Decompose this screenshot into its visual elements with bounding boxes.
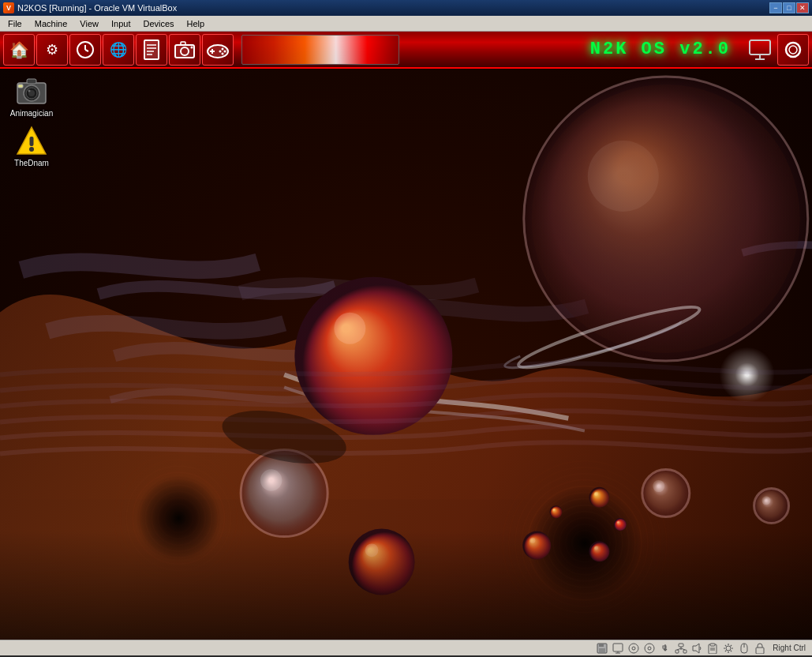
svg-rect-32 <box>30 137 34 146</box>
status-cd2-icon[interactable] <box>643 642 656 655</box>
close-button[interactable]: ✕ <box>796 2 809 13</box>
menu-file[interactable]: File <box>2 17 28 30</box>
window-controls: − □ ✕ <box>769 2 809 13</box>
svg-line-50 <box>681 648 685 650</box>
svg-rect-3 <box>144 40 159 59</box>
thednam-icon[interactable]: TheDnam <box>4 125 59 168</box>
svg-rect-10 <box>181 42 185 45</box>
window-title: N2KOS [Running] - Oracle VM VirtualBox <box>17 3 177 13</box>
menu-bar: File Machine View Input Devices Help <box>0 16 812 32</box>
vm-desktop: 🏠 ⚙ 🌐 <box>0 32 812 655</box>
menu-help[interactable]: Help <box>181 17 211 30</box>
svg-rect-37 <box>613 644 623 651</box>
status-clipboard-icon[interactable] <box>706 642 719 655</box>
svg-point-22 <box>786 43 800 57</box>
svg-point-33 <box>29 147 34 152</box>
settings-button[interactable]: ⚙ <box>36 34 68 66</box>
svg-rect-36 <box>599 648 605 652</box>
status-cd1-icon[interactable] <box>627 642 640 655</box>
restore-button[interactable]: □ <box>783 2 795 13</box>
menu-view[interactable]: View <box>73 17 105 30</box>
svg-point-18 <box>219 50 222 52</box>
svg-point-17 <box>222 52 224 54</box>
thednam-label: TheDnam <box>13 158 51 168</box>
desktop-background <box>0 32 812 655</box>
svg-point-43 <box>648 647 651 650</box>
animagician-label: Animagician <box>9 108 54 118</box>
clock-button[interactable] <box>69 34 101 66</box>
monitor-icon[interactable] <box>744 34 776 66</box>
globe-button[interactable]: 🌐 <box>103 34 134 66</box>
title-bar: V N2KOS [Running] - Oracle VM VirtualBox… <box>0 0 812 16</box>
svg-rect-35 <box>599 644 604 647</box>
minimize-button[interactable]: − <box>769 2 782 13</box>
power-button[interactable] <box>777 34 809 66</box>
flag-banner <box>241 35 399 65</box>
menu-input[interactable]: Input <box>105 17 137 30</box>
virtualbox-icon: V <box>3 2 14 13</box>
status-gear-icon[interactable] <box>722 642 735 655</box>
svg-point-42 <box>645 644 654 653</box>
vm-viewport[interactable]: 🏠 ⚙ 🌐 <box>0 32 812 655</box>
svg-rect-46 <box>675 650 679 653</box>
vbox-statusbar: Right Ctrl <box>0 640 812 655</box>
gamepad-button[interactable] <box>202 34 234 66</box>
svg-rect-29 <box>27 79 36 84</box>
svg-rect-58 <box>756 648 764 654</box>
svg-point-11 <box>191 46 193 48</box>
n2kos-logo: N2K OS v2.0 <box>578 39 743 59</box>
svg-point-40 <box>629 644 638 653</box>
svg-point-56 <box>726 646 731 651</box>
status-net-icon[interactable] <box>675 642 687 655</box>
svg-point-16 <box>224 50 226 52</box>
animagician-icon-image <box>16 75 47 107</box>
svg-point-15 <box>222 47 224 50</box>
svg-rect-30 <box>18 84 23 88</box>
right-ctrl-label: Right Ctrl <box>773 644 806 652</box>
menu-machine[interactable]: Machine <box>28 17 74 30</box>
svg-point-41 <box>632 647 635 650</box>
svg-rect-45 <box>679 644 683 647</box>
animagician-icon[interactable]: Animagician <box>4 75 59 118</box>
camera-app-button[interactable] <box>169 34 200 66</box>
title-bar-left: V N2KOS [Running] - Oracle VM VirtualBox <box>3 2 177 13</box>
svg-rect-47 <box>683 650 687 653</box>
status-floppy-icon[interactable] <box>596 642 608 655</box>
svg-line-49 <box>677 648 681 650</box>
svg-line-2 <box>85 50 88 51</box>
svg-point-23 <box>789 46 797 54</box>
menu-devices[interactable]: Devices <box>137 17 180 30</box>
n2kos-taskbar: 🏠 ⚙ 🌐 <box>0 32 812 69</box>
thednam-icon-image <box>16 125 47 156</box>
svg-point-28 <box>28 90 31 92</box>
status-monitor-icon[interactable] <box>612 642 624 655</box>
home-button[interactable]: 🏠 <box>3 34 35 66</box>
status-lock-icon[interactable] <box>754 642 766 655</box>
docs-button[interactable] <box>136 34 167 66</box>
status-audio-icon[interactable] <box>690 642 703 655</box>
svg-rect-53 <box>710 644 715 646</box>
status-mouse-icon[interactable] <box>738 642 750 655</box>
desktop-icons: Animagician TheDnam <box>4 75 59 168</box>
status-usb-icon[interactable] <box>659 642 672 655</box>
svg-rect-19 <box>750 40 770 54</box>
svg-marker-51 <box>693 644 699 653</box>
